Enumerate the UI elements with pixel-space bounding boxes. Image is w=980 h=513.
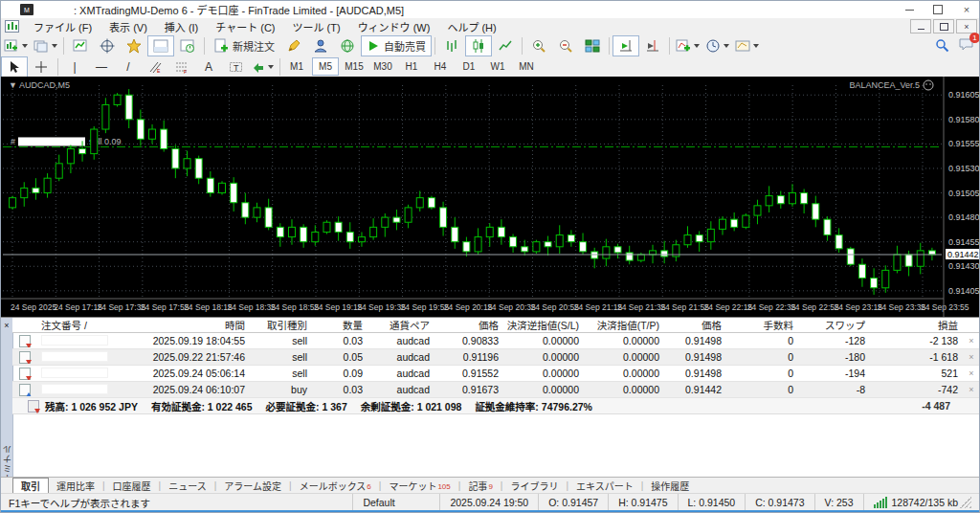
cell-current-price: 0.91498 <box>663 335 725 346</box>
expert-advisors-button[interactable] <box>307 35 334 56</box>
chart-shift-button[interactable] <box>639 35 666 56</box>
community-button[interactable] <box>334 35 361 56</box>
templates-button[interactable] <box>732 35 762 56</box>
terminal-tab-4[interactable]: アラーム設定 <box>216 478 289 493</box>
menu-item-6[interactable]: ヘルプ (H) <box>438 18 504 35</box>
terminal-tab-2[interactable]: 口座履歴 <box>105 478 159 493</box>
close-position-icon[interactable]: × <box>962 352 980 362</box>
minimize-button[interactable] <box>895 1 924 18</box>
chart-area[interactable]: 0.916050.915800.915550.915300.915050.914… <box>1 77 980 317</box>
close-position-icon[interactable]: × <box>962 385 980 394</box>
timeframe-button-m5[interactable]: M5 <box>312 57 339 76</box>
column-header-0[interactable]: 注文番号 / <box>37 318 134 332</box>
candlestick-mode-button[interactable] <box>465 35 492 56</box>
timeframe-button-mn[interactable]: MN <box>513 57 540 76</box>
timeframe-button-m15[interactable]: M15 <box>341 57 368 76</box>
maximize-button[interactable] <box>924 1 952 18</box>
menu-item-4[interactable]: ツール (T) <box>284 18 349 35</box>
menu-item-5[interactable]: ウィンドウ (W) <box>349 18 439 35</box>
cursor-tool-button[interactable] <box>1 56 28 78</box>
arrows-tool-button[interactable] <box>249 56 277 78</box>
channel-tool-button[interactable]: E <box>142 56 168 78</box>
new-order-button[interactable]: 新規注文 <box>208 35 280 56</box>
mdi-minimize-button[interactable] <box>910 19 931 33</box>
order-row-3[interactable]: 2025.09.24 06:10:07buy0.03audcad0.916730… <box>12 382 980 398</box>
terminal-tab-0[interactable]: 取引 <box>12 478 49 493</box>
indicators-button[interactable] <box>673 35 702 56</box>
timeframe-button-m1[interactable]: M1 <box>283 57 310 76</box>
bar-chart-mode-button[interactable] <box>438 35 465 56</box>
timeframe-button-d1[interactable]: D1 <box>456 57 482 76</box>
close-position-icon[interactable]: × <box>962 336 980 346</box>
menu-item-1[interactable]: 表示 (V) <box>100 18 156 35</box>
column-header-8[interactable]: 価格 <box>663 318 725 332</box>
column-header-9[interactable]: 手数料 <box>725 318 797 332</box>
terminal-tab-1[interactable]: 運用比率 <box>49 478 102 493</box>
periods-button[interactable] <box>702 35 732 56</box>
menu-item-0[interactable]: ファイル (F) <box>25 18 100 35</box>
column-header-4[interactable]: 通貨ペア <box>367 318 434 332</box>
timeframe-button-w1[interactable]: W1 <box>484 57 511 76</box>
cell-sl: 0.00000 <box>502 351 583 363</box>
column-header-6[interactable]: 決済逆指値(S/L) <box>502 318 583 332</box>
trade-table-header[interactable]: 注文番号 /時間取引種別数量通貨ペア価格決済逆指値(S/L)決済指値(T/P)価… <box>12 318 980 333</box>
column-header-5[interactable]: 価格 <box>434 318 502 332</box>
search-icon[interactable] <box>935 38 949 53</box>
zoom-in-button[interactable] <box>525 35 552 56</box>
auto-trading-button[interactable]: 自動売買 <box>361 35 432 56</box>
terminal-button[interactable] <box>147 35 174 56</box>
column-header-7[interactable]: 決済指値(T/P) <box>583 318 663 332</box>
column-header-10[interactable]: スワップ <box>797 318 869 332</box>
vertical-line-tool-button[interactable]: | <box>61 56 88 78</box>
terminal-close-icon[interactable]: × <box>1 321 12 330</box>
terminal-tab-6[interactable]: マーケット105 <box>381 478 457 493</box>
horizontal-line-tool-button[interactable]: — <box>88 56 115 78</box>
fibonacci-tool-button[interactable]: F <box>168 56 195 78</box>
connection-status[interactable]: 128742/135 kb <box>863 494 980 511</box>
new-chart-button[interactable] <box>1 35 31 56</box>
text-label-tool-button[interactable]: T <box>222 56 249 78</box>
profiles-button[interactable] <box>31 35 60 56</box>
column-header-1[interactable]: 時間 <box>134 318 249 332</box>
menu-item-3[interactable]: チャート (C) <box>207 18 283 35</box>
timeframe-button-m30[interactable]: M30 <box>369 57 396 76</box>
tile-windows-button[interactable] <box>579 35 606 56</box>
terminal-tab-7[interactable]: 記事9 <box>460 478 500 493</box>
market-watch-button[interactable] <box>67 35 94 56</box>
metaeditor-button[interactable] <box>280 35 307 56</box>
terminal-tab-8[interactable]: ライブラリ <box>502 478 566 493</box>
terminal-tab-5[interactable]: メールボックス6 <box>292 478 379 493</box>
crosshair-tool-button[interactable] <box>28 56 55 78</box>
line-chart-mode-button[interactable] <box>492 35 519 56</box>
data-window-button[interactable] <box>94 35 121 56</box>
resize-grip[interactable] <box>960 497 971 508</box>
mdi-restore-button[interactable] <box>933 19 954 33</box>
terminal-tab-10[interactable]: 操作履歴 <box>643 478 697 493</box>
notifications-button[interactable]: 1 <box>959 37 973 55</box>
menu-item-2[interactable]: 挿入 (I) <box>156 18 207 35</box>
mdi-close-button[interactable]: × <box>956 19 977 33</box>
timeframe-button-h4[interactable]: H4 <box>427 57 454 76</box>
profile-selector[interactable]: Default <box>352 494 439 511</box>
column-header-3[interactable]: 数量 <box>311 318 367 332</box>
close-position-icon[interactable]: × <box>962 368 980 378</box>
trendline-tool-button[interactable]: / <box>115 56 142 78</box>
candlestick-chart[interactable]: 0.916050.915800.915550.915300.915050.914… <box>1 77 980 317</box>
terminal-tab-3[interactable]: ニュース <box>161 478 214 493</box>
order-row-2[interactable]: 2025.09.24 05:06:14sell0.09audcad0.91552… <box>12 366 980 382</box>
text-tool-button[interactable]: A <box>195 56 222 78</box>
terminal-tab-9[interactable]: エキスパート <box>568 478 641 493</box>
svg-text:24 Sep 22:55: 24 Sep 22:55 <box>791 302 839 312</box>
zoom-out-button[interactable] <box>552 35 579 56</box>
order-row-1[interactable]: 2025.09.22 21:57:46sell0.05audcad0.91196… <box>12 349 980 366</box>
order-row-0[interactable]: 2025.09.19 18:04:55sell0.03audcad0.90833… <box>12 333 980 349</box>
navigator-button[interactable] <box>121 35 147 56</box>
timeframe-button-h1[interactable]: H1 <box>398 57 425 76</box>
column-header-11[interactable]: 損益 <box>869 318 962 332</box>
auto-scroll-button[interactable] <box>612 35 639 56</box>
cell-swap: -128 <box>797 335 869 346</box>
summary-segment-2: 必要証拠金: 1 367 <box>266 399 347 413</box>
close-button[interactable]: × <box>952 1 980 18</box>
column-header-2[interactable]: 取引種別 <box>249 318 311 332</box>
strategy-tester-button[interactable] <box>174 35 201 56</box>
